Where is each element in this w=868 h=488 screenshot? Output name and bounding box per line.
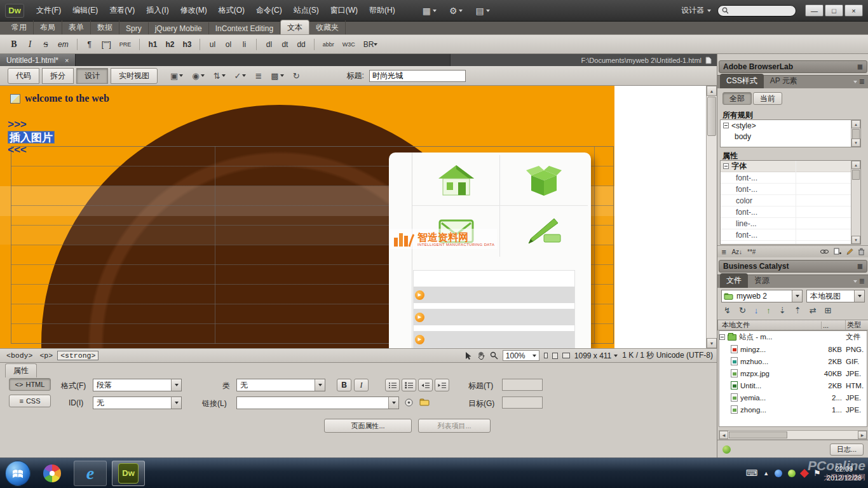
scroll-up-icon[interactable]: ▲ — [707, 86, 717, 96]
house-icon[interactable] — [412, 155, 500, 206]
tab-assets[interactable]: 资源 — [748, 273, 776, 288]
keyboard-tray-icon[interactable]: ⌨ — [746, 468, 758, 478]
selected-text[interactable]: 插入图片 — [8, 131, 55, 144]
column-local-files[interactable]: 本地文件 — [718, 320, 821, 330]
panel-menu-icon[interactable]: ≣ — [850, 277, 868, 288]
attach-stylesheet-icon[interactable] — [820, 248, 829, 255]
document-tab[interactable]: Untitled-1.html* × — [0, 54, 76, 66]
layout-switcher-icon[interactable]: ▦ — [423, 6, 437, 16]
h1-button[interactable]: h1 — [146, 37, 159, 51]
outdent-icon[interactable] — [418, 379, 433, 391]
menu-view[interactable]: 查看(V) — [104, 0, 140, 22]
tag-strong[interactable]: <strong> — [57, 351, 98, 360]
menu-window[interactable]: 窗口(W) — [325, 0, 363, 22]
menu-insert[interactable]: 插入(I) — [140, 0, 174, 22]
page-heading[interactable]: welcome to the web — [10, 93, 109, 104]
document-title-input[interactable] — [369, 70, 466, 82]
ol-button[interactable]: ol — [222, 37, 234, 51]
file-row[interactable]: mingz... 8KB PNG. — [719, 343, 867, 355]
css-mode-button[interactable]: ≡CSS — [9, 395, 51, 407]
panels-icon[interactable]: ▤ — [475, 6, 489, 16]
maximize-button[interactable]: □ — [825, 4, 843, 17]
refresh-icon[interactable]: ↻ — [739, 306, 746, 315]
css-property-row[interactable]: font-... — [721, 229, 860, 241]
insert-image-line[interactable]: >>>插入图片<<< — [8, 118, 55, 156]
body-rule-node[interactable]: body — [721, 131, 860, 142]
style-node[interactable]: <style> — [721, 120, 860, 131]
split-view-button[interactable]: 拆分 — [42, 68, 74, 84]
title-property-field[interactable] — [502, 379, 543, 391]
taskbar-clock[interactable]: 22:09 2012/12/28 — [827, 464, 862, 482]
scroll-right-icon[interactable]: ▶ — [858, 431, 867, 439]
search-box[interactable] — [717, 5, 796, 17]
new-rule-icon[interactable] — [834, 248, 841, 255]
file-row[interactable]: mzpx.jpg 40KB JPE. — [719, 367, 867, 379]
dt-button[interactable]: dt — [278, 37, 291, 51]
put-files-icon[interactable]: ↑ — [766, 306, 771, 315]
menu-help[interactable]: 帮助(H) — [363, 0, 401, 22]
css-property-row[interactable]: line-... — [721, 218, 860, 229]
h2-button[interactable]: h2 — [163, 37, 177, 51]
scroll-down-icon[interactable]: ▼ — [851, 139, 860, 147]
collapse-icon[interactable] — [723, 123, 729, 128]
insert-tab-forms[interactable]: 表单 — [62, 20, 91, 34]
rules-scrollbar[interactable]: ▲ ▼ — [851, 120, 860, 147]
unordered-list-icon[interactable] — [385, 379, 400, 391]
mobile-size-icon[interactable] — [544, 353, 548, 358]
scrollbar-thumb[interactable] — [729, 431, 787, 438]
panel-menu-icon[interactable]: ≣ — [857, 63, 863, 71]
file-row[interactable]: zhong... 1... JPE. — [719, 403, 867, 416]
properties-scrollbar[interactable]: ▲ ▼ — [851, 161, 860, 244]
tray-app-icon-red[interactable] — [800, 468, 809, 477]
design-view-button[interactable]: 设计 — [76, 68, 108, 84]
edit-rule-icon[interactable] — [846, 248, 853, 255]
design-vertical-scrollbar[interactable]: ▲ ▼ — [706, 86, 717, 348]
css-property-row[interactable]: font-... — [721, 172, 860, 184]
tray-app-icon-blue[interactable] — [775, 470, 782, 477]
action-center-flag-icon[interactable]: ⚑ — [813, 468, 821, 478]
file-management-icon[interactable]: ⇅ — [214, 71, 226, 81]
tab-ap-elements[interactable]: AP 元素 — [764, 74, 804, 88]
bold-property-button[interactable]: B — [337, 379, 351, 391]
collapse-icon[interactable] — [723, 163, 729, 169]
menu-site[interactable]: 站点(S) — [288, 0, 325, 22]
page-properties-button[interactable]: 页面属性... — [324, 419, 412, 433]
refresh-design-view-icon[interactable]: ↻ — [293, 71, 300, 81]
tab-close-icon[interactable]: × — [65, 57, 69, 64]
preformatted-button[interactable]: PRE — [117, 37, 134, 51]
tab-files[interactable]: 文件 — [720, 273, 748, 288]
id-select[interactable]: 无 — [93, 396, 182, 409]
expand-icon[interactable]: ⊞ — [825, 306, 832, 315]
scroll-down-icon[interactable]: ▼ — [707, 338, 717, 348]
ordered-list-icon[interactable] — [402, 379, 416, 391]
synchronize-icon[interactable]: ⇄ — [810, 306, 817, 315]
scroll-up-icon[interactable]: ▲ — [851, 120, 860, 128]
code-view-button[interactable]: 代码 — [8, 68, 39, 84]
select-tool-icon[interactable] — [465, 351, 472, 360]
business-catalyst-panel-header[interactable]: Business Catalyst ≣ — [719, 260, 867, 273]
taskbar-app-dreamweaver[interactable]: Dw — [112, 461, 145, 486]
taskbar-app-ie[interactable]: e — [74, 461, 107, 486]
start-button[interactable] — [5, 461, 31, 486]
insert-tab-incontext[interactable]: InContext Editing — [209, 22, 280, 34]
scroll-left-icon[interactable]: ◀ — [719, 431, 728, 439]
dl-button[interactable]: dl — [262, 37, 275, 51]
panel-menu-icon[interactable]: ≣ — [850, 78, 868, 88]
html-mode-button[interactable]: <>HTML — [9, 378, 51, 391]
connect-icon[interactable]: ↯ — [724, 306, 731, 315]
link-combobox[interactable] — [236, 396, 399, 409]
files-horizontal-scrollbar[interactable]: ◀ ▶ — [719, 430, 867, 440]
insert-tab-common[interactable]: 常用 — [5, 20, 34, 34]
file-row[interactable]: yemia... 2... JPE. — [719, 391, 867, 403]
abbr-button[interactable]: abbr — [320, 37, 337, 51]
site-root-row[interactable]: 站点 - m... 文件 — [719, 331, 867, 343]
site-select[interactable]: myweb 2 — [721, 290, 803, 302]
current-rule-button[interactable]: 当前 — [753, 92, 782, 105]
search-input[interactable] — [731, 7, 792, 15]
scroll-down-icon[interactable]: ▼ — [851, 236, 860, 244]
insert-tab-spry[interactable]: Spry — [119, 22, 149, 34]
tablet-size-icon[interactable] — [552, 353, 558, 359]
zoom-level-select[interactable]: 100% — [503, 350, 539, 361]
check-out-icon[interactable]: ⇣ — [779, 306, 786, 315]
insert-tab-layout[interactable]: 布局 — [34, 20, 62, 34]
